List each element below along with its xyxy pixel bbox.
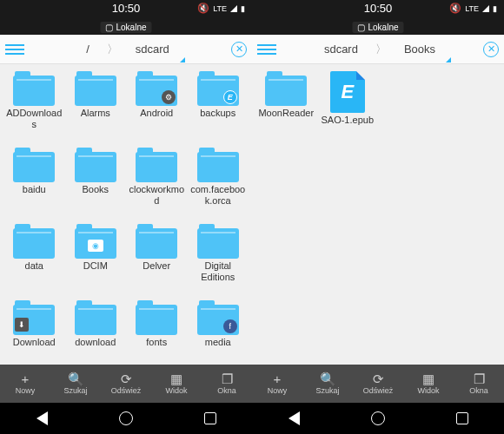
crumb-current[interactable]: sdcard [136,43,169,56]
es-icon: E [223,90,237,104]
folder-icon [13,148,55,182]
close-icon[interactable]: ✕ [483,42,499,57]
epub-file-icon: E [330,71,365,113]
folder-item[interactable]: Books [65,148,127,222]
toolbar-label: Szukaj [63,386,87,395]
folder-icon [75,300,116,335]
toolbar-label: Okna [217,386,236,395]
refresh-icon: ⟳ [373,372,384,385]
windows-icon: ❐ [222,372,233,385]
item-label: download [67,337,124,348]
recents-button[interactable] [201,409,220,428]
breadcrumb[interactable]: / 〉 sdcard [24,42,231,57]
folder-icon: E [197,71,239,106]
menu-icon[interactable] [257,44,276,55]
item-label: Digital Editions [189,260,247,282]
toolbar-okna-button[interactable]: ❐Okna [454,365,504,403]
facebook-icon: f [223,319,237,333]
status-bar: 10:50 🔇 LTE ▮ ▢ Lokalne [0,0,252,35]
file-grid[interactable]: MoonReaderESAO-1.epub [252,64,504,365]
item-label: ADDownloads [5,108,63,129]
breadcrumb[interactable]: sdcard 〉 Books [276,42,483,57]
folder-item[interactable]: fonts [126,300,188,365]
toolbar-label: Widok [417,386,439,395]
folder-item[interactable]: Ebackups [188,71,249,146]
item-label: fonts [128,337,185,348]
folder-item[interactable]: clockworkmod [126,148,188,222]
folder-icon [197,224,239,259]
status-time: 10:50 [364,2,393,15]
crumb-current[interactable]: Books [404,43,435,56]
home-button[interactable] [368,409,388,428]
toolbar-odśwież-button[interactable]: ⟳Odśwież [101,365,151,403]
toolbar-label: Widok [165,386,187,395]
file-grid[interactable]: ADDownloadsAlarms⚙AndroidEbackupsbaiduBo… [0,64,252,365]
folder-item[interactable]: ⚙Android [126,71,188,146]
mute-icon: 🔇 [197,3,209,14]
item-label: Alarms [67,108,124,119]
folder-item[interactable]: fmedia [188,300,249,365]
mute-icon: 🔇 [449,3,461,14]
toolbar-szukaj-button[interactable]: 🔍Szukaj [50,365,101,403]
status-icons: 🔇 LTE ▮ [197,3,245,14]
item-label: MoonReader [257,108,315,119]
home-button[interactable] [116,409,136,428]
status-icons: 🔇 LTE ▮ [449,3,497,14]
folder-item[interactable]: Delver [126,224,188,299]
network-label: LTE [465,4,479,13]
local-label: Lokalne [116,23,146,32]
toolbar-odśwież-button[interactable]: ⟳Odśwież [353,365,403,403]
folder-item[interactable]: com.facebook.orca [188,148,249,222]
folder-item[interactable]: ◉DCIM [65,224,127,299]
crumb-parent[interactable]: / [86,43,90,56]
signal-icon [482,5,489,12]
toolbar-label: Nowy [268,386,288,395]
folder-icon [75,148,116,182]
item-label: data [5,260,63,272]
recents-button[interactable] [453,409,472,428]
folder-icon: ◉ [75,224,116,259]
toolbar-label: Szukaj [315,386,339,395]
folder-icon: f [197,300,239,335]
close-icon[interactable]: ✕ [231,42,247,57]
phone-right: 10:50 🔇 LTE ▮ ▢ Lokalne sdcard 〉 Books ✕… [252,0,504,434]
folder-icon [75,71,116,106]
toolbar-okna-button[interactable]: ❐Okna [202,365,252,403]
back-button[interactable] [284,409,303,428]
item-label: Android [128,108,185,119]
toolbar-nowy-button[interactable]: +Nowy [252,365,302,403]
file-item[interactable]: ESAO-1.epub [317,71,379,146]
folder-icon: ⬇ [13,300,55,335]
item-label: com.facebook.orca [189,184,247,206]
toolbar-widok-button[interactable]: ▦Widok [151,365,202,403]
android-navbar [0,403,252,434]
item-label: backups [189,108,247,119]
folder-item[interactable]: Digital Editions [188,224,249,299]
toolbar-nowy-button[interactable]: +Nowy [0,365,50,403]
bottom-toolbar: +Nowy🔍Szukaj⟳Odśwież▦Widok❐Okna [0,365,252,403]
folder-item[interactable]: data [3,224,65,299]
folder-item[interactable]: MoonReader [255,71,317,146]
local-chip[interactable]: ▢ Lokalne [100,22,151,33]
folder-icon [13,224,55,259]
network-label: LTE [213,4,227,13]
folder-item[interactable]: baidu [3,148,65,222]
breadcrumb-bar: / 〉 sdcard ✕ [0,35,252,64]
item-label: Download [5,337,63,348]
sdcard-icon: ▢ [357,23,365,32]
search-icon: 🔍 [320,372,336,385]
back-button[interactable] [32,409,51,428]
folder-item[interactable]: Alarms [65,71,127,146]
toolbar-szukaj-button[interactable]: 🔍Szukaj [302,365,353,403]
item-label: media [189,337,247,348]
toolbar-widok-button[interactable]: ▦Widok [403,365,454,403]
toolbar-label: Odśwież [363,386,394,395]
folder-item[interactable]: ADDownloads [3,71,65,146]
search-icon: 🔍 [68,372,84,385]
folder-item[interactable]: ⬇Download [3,300,65,365]
folder-icon [136,148,177,182]
folder-item[interactable]: download [65,300,127,365]
local-chip[interactable]: ▢ Lokalne [352,22,403,33]
menu-icon[interactable] [5,44,24,55]
crumb-parent[interactable]: sdcard [324,43,358,56]
